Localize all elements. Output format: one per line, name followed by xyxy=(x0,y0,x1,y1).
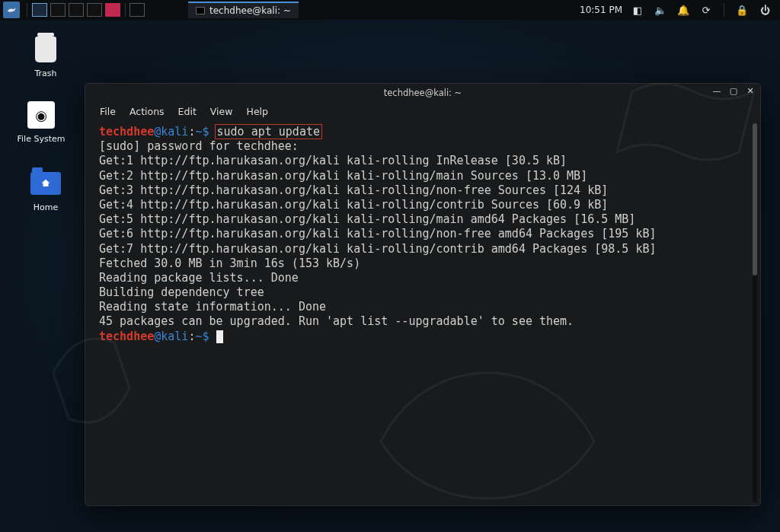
prompt-dollar: $ xyxy=(202,125,209,139)
terminal-title: techdhee@kali: ~ xyxy=(384,88,462,98)
home-folder-icon xyxy=(30,172,61,195)
desktop-switcher-icon[interactable]: ◧ xyxy=(630,2,645,18)
menu-edit[interactable]: Edit xyxy=(171,104,203,119)
workspace-4[interactable] xyxy=(87,3,102,17)
menu-view[interactable]: View xyxy=(203,104,240,119)
highlighted-command: sudo apt update xyxy=(215,124,322,139)
prompt-at: @ xyxy=(154,125,161,139)
workspace-3[interactable] xyxy=(69,3,84,17)
scrollbar-thumb[interactable] xyxy=(753,123,757,276)
minimize-button[interactable]: — xyxy=(711,85,722,96)
power-icon[interactable]: ⏻ xyxy=(757,2,772,18)
desktop-icon-label: File System xyxy=(11,134,72,144)
taskbar-terminal[interactable]: techdhee@kali: ~ xyxy=(188,2,299,18)
desktop-icon-label: Home xyxy=(15,202,76,212)
prompt-at: @ xyxy=(154,330,161,343)
menu-help[interactable]: Help xyxy=(239,104,275,119)
desktop-icon-label: Trash xyxy=(15,68,76,78)
prompt-user: techdhee xyxy=(99,330,154,343)
prompt-dollar: $ xyxy=(202,330,209,343)
desktop-icon-home[interactable]: Home xyxy=(15,167,76,212)
cursor xyxy=(216,330,223,343)
prompt-line: techdhee@kali:~$ sudo apt update xyxy=(99,125,746,139)
maximize-button[interactable]: ▢ xyxy=(728,85,739,96)
volume-icon[interactable]: 🔈 xyxy=(653,2,668,18)
desktop-icon-filesystem[interactable]: File System xyxy=(11,99,72,144)
terminal-icon xyxy=(196,7,205,14)
menu-file[interactable]: File xyxy=(93,104,123,119)
terminal-body[interactable]: techdhee@kali:~$ sudo apt update [sudo] … xyxy=(85,120,760,505)
prompt-line-2: techdhee@kali:~$ xyxy=(99,330,746,344)
kali-dragon-icon xyxy=(6,5,17,15)
terminal-window: techdhee@kali: ~ — ▢ ✕ File Actions Edit… xyxy=(85,83,761,506)
show-desktop-button[interactable] xyxy=(105,3,120,17)
lock-icon[interactable]: 🔒 xyxy=(734,2,750,18)
prompt-host: kali xyxy=(161,125,188,139)
close-button[interactable]: ✕ xyxy=(745,85,756,96)
prompt-host: kali xyxy=(161,330,188,343)
notifications-icon[interactable]: 🔔 xyxy=(676,2,691,18)
drive-icon xyxy=(27,101,55,129)
prompt-user: techdhee xyxy=(99,125,154,139)
panel-launcher[interactable] xyxy=(129,3,145,17)
workspace-1[interactable] xyxy=(32,3,47,17)
terminal-menubar: File Actions Edit View Help xyxy=(85,102,760,120)
updates-icon[interactable]: ⟳ xyxy=(698,2,714,18)
terminal-output: [sudo] password for techdhee: Get:1 http… xyxy=(99,139,746,329)
taskbar-app-title: techdhee@kali: ~ xyxy=(209,5,291,16)
workspace-2[interactable] xyxy=(50,3,66,17)
terminal-titlebar[interactable]: techdhee@kali: ~ — ▢ ✕ xyxy=(85,84,760,102)
app-menu-button[interactable] xyxy=(3,2,20,18)
top-panel: techdhee@kali: ~ 10:51 PM ◧ 🔈 🔔 ⟳ 🔒 ⏻ xyxy=(0,0,780,20)
menu-actions[interactable]: Actions xyxy=(123,104,171,119)
clock[interactable]: 10:51 PM xyxy=(580,5,622,15)
trash-icon xyxy=(35,37,56,62)
desktop-icon-trash[interactable]: Trash xyxy=(15,33,76,78)
